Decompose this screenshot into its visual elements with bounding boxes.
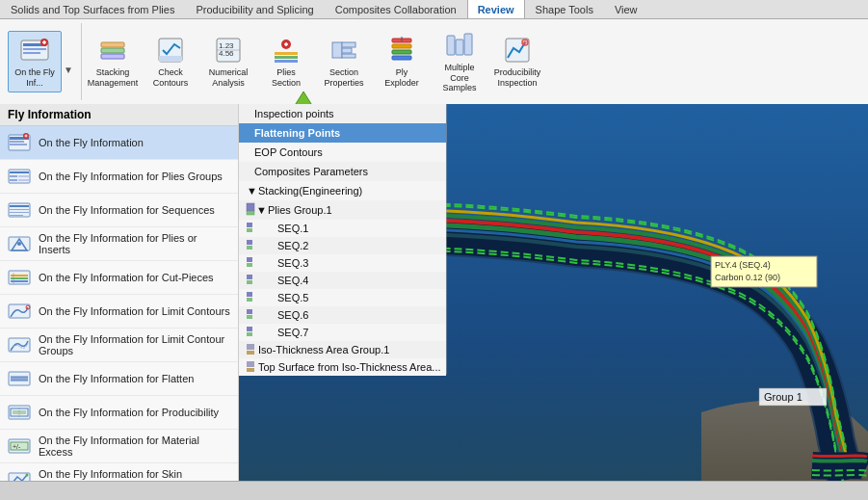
tab-solids[interactable]: Solids and Top Surfaces from Plies <box>0 0 185 18</box>
fly-item-8[interactable]: On the Fly Information for Producibility <box>0 396 238 430</box>
svg-text:SEQ.4: SEQ.4 <box>277 275 308 286</box>
numerical-icon: 1.23 4.56 <box>213 35 244 66</box>
core-samples-icon <box>444 30 475 61</box>
fly-item-label-4: On the Fly Information for Cut-Pieces <box>39 272 214 283</box>
producibility-icon <box>502 35 533 66</box>
fly-item-label-1: On the Fly Information for Plies Groups <box>39 171 223 182</box>
ply-exploder-label: Ply Exploder <box>381 67 423 89</box>
svg-rect-32 <box>456 39 463 55</box>
svg-rect-113 <box>247 263 252 267</box>
svg-point-80 <box>26 474 29 477</box>
fly-info-header: Fly Information <box>0 104 238 126</box>
svg-rect-11 <box>159 56 182 62</box>
ribbon: Solids and Top Surfaces from Plies Produ… <box>0 0 868 105</box>
stacking-management-button[interactable]: Stacking Management <box>86 31 140 92</box>
stacking-label: Stacking Management <box>88 67 139 89</box>
svg-rect-121 <box>247 298 252 302</box>
fly-item-icon-4 <box>8 266 31 289</box>
stacking-icon <box>97 35 128 66</box>
svg-rect-25 <box>342 54 355 58</box>
numerical-analysis-button[interactable]: 1.23 4.56 Numerical Analysis <box>201 31 255 92</box>
section-properties-button[interactable]: Section Properties <box>317 31 371 92</box>
fly-item-3[interactable]: On the Fly Information for Plies or Inse… <box>0 227 238 261</box>
tab-view[interactable]: View <box>604 0 648 18</box>
svg-rect-112 <box>247 257 252 262</box>
on-fly-info-button[interactable]: On the Fly Inf... <box>8 31 62 92</box>
svg-rect-62 <box>11 280 28 282</box>
svg-text:SEQ.1: SEQ.1 <box>277 223 308 234</box>
ply-exploder-button[interactable]: Ply Exploder <box>375 31 429 92</box>
svg-rect-108 <box>247 240 252 245</box>
ribbon-tabs: Solids and Top Surfaces from Plies Produ… <box>0 0 868 19</box>
check-contours-icon <box>155 35 186 66</box>
svg-text:Inspection points: Inspection points <box>254 108 334 119</box>
svg-rect-111 <box>239 254 446 272</box>
left-panel: Fly Information On the Fly Information <box>0 104 239 497</box>
tab-review[interactable]: Review <box>467 0 525 18</box>
fly-item-label-3: On the Fly Information for Plies or Inse… <box>39 232 230 255</box>
fly-item-label-5: On the Fly Information for Limit Contour… <box>39 305 230 317</box>
main-canvas: PLY.4 (SEQ.4) Carbon 0.12 (90) Inspectio… <box>239 104 868 500</box>
svg-rect-120 <box>247 292 252 297</box>
fly-item-label-7: On the Fly Information for Flatten <box>39 373 194 384</box>
check-contours-label: Check Contours <box>149 67 192 89</box>
svg-rect-119 <box>239 289 446 306</box>
fly-item-6[interactable]: On the Fly Information for Limit Contour… <box>0 329 238 362</box>
svg-rect-125 <box>247 315 252 319</box>
svg-rect-104 <box>247 223 252 227</box>
numerical-label: Numerical Analysis <box>207 67 250 89</box>
fly-item-1[interactable]: On the Fly Information for Plies Groups <box>0 160 238 194</box>
svg-text:Composites Parameters: Composites Parameters <box>254 166 368 177</box>
fly-item-label-0: On the Fly Information <box>39 137 144 148</box>
svg-rect-115 <box>239 272 446 289</box>
svg-rect-2 <box>23 48 46 50</box>
fly-item-7[interactable]: On the Fly Information for Flatten <box>0 362 238 396</box>
fly-item-label-9: On the Fly Information for Material Exce… <box>39 434 230 458</box>
core-samples-button[interactable]: Multiple Core Samples <box>433 26 487 97</box>
fly-item-0[interactable]: On the Fly Information <box>0 126 238 160</box>
svg-rect-54 <box>10 212 29 213</box>
svg-rect-28 <box>392 44 411 48</box>
svg-rect-7 <box>101 54 124 59</box>
svg-text:SEQ.5: SEQ.5 <box>277 292 308 303</box>
plies-section-button[interactable]: Plies Section <box>259 31 313 92</box>
producibility-inspection-button[interactable]: Producibility Inspection <box>490 31 544 92</box>
fly-item-icon-7 <box>8 367 31 390</box>
svg-rect-123 <box>239 306 446 324</box>
svg-rect-40 <box>10 141 24 143</box>
ribbon-content: On the Fly Inf... ▼ Stacking Management <box>0 19 868 104</box>
fly-item-label-6: On the Fly Information for Limit Contour… <box>39 333 230 356</box>
svg-rect-102 <box>247 211 254 215</box>
fly-item-icon-5 <box>8 300 31 323</box>
svg-text:SEQ.7: SEQ.7 <box>277 327 308 338</box>
fly-item-5[interactable]: On the Fly Information for Limit Contour… <box>0 295 238 329</box>
svg-rect-136 <box>247 361 254 367</box>
svg-rect-22 <box>332 42 342 58</box>
fly-item-2[interactable]: On the Fly Information for Sequences <box>0 194 238 227</box>
fly-item-icon-3 <box>8 232 31 255</box>
svg-rect-41 <box>10 144 27 145</box>
svg-text:Flattening Points: Flattening Points <box>254 127 340 139</box>
fly-item-icon-9: +/- <box>8 434 31 458</box>
svg-rect-127 <box>239 324 446 341</box>
check-contours-button[interactable]: Check Contours <box>144 31 197 92</box>
fly-info-icon <box>19 35 50 66</box>
fly-item-9[interactable]: +/- On the Fly Information for Material … <box>0 430 238 463</box>
svg-text:Carbon 0.12 (90): Carbon 0.12 (90) <box>715 273 780 282</box>
svg-text:SEQ.2: SEQ.2 <box>277 240 308 251</box>
svg-text:▼: ▼ <box>247 185 257 197</box>
svg-text:▼: ▼ <box>256 204 267 216</box>
tab-shape-tools[interactable]: Shape Tools <box>525 0 604 18</box>
fly-item-4[interactable]: On the Fly Information for Cut-Pieces <box>0 261 238 295</box>
fly-item-label-2: On the Fly Information for Sequences <box>39 204 215 216</box>
svg-rect-107 <box>239 237 446 254</box>
tab-producibility[interactable]: Producibility and Splicing <box>185 0 324 18</box>
svg-text:Plies Group.1: Plies Group.1 <box>268 204 332 216</box>
tab-composites[interactable]: Composites Collaboration <box>325 0 467 18</box>
svg-rect-61 <box>11 277 28 279</box>
svg-rect-47 <box>10 175 17 177</box>
svg-rect-117 <box>247 280 252 284</box>
svg-rect-50 <box>18 179 29 181</box>
svg-rect-55 <box>10 215 23 216</box>
fly-info-dropdown[interactable]: ▼ <box>64 65 73 92</box>
